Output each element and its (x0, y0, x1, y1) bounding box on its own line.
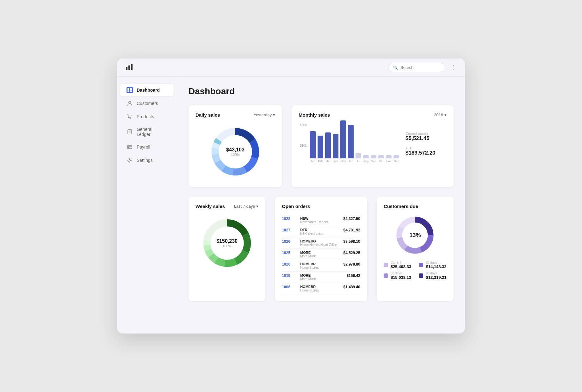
svg-rect-4 (130, 88, 132, 90)
bar (386, 155, 392, 158)
order-info: MORE More Music (300, 273, 344, 281)
sidebar-label-dashboard: Dashboard (137, 88, 160, 93)
order-row[interactable]: 1025 MORE More Music $4,529.25 (282, 249, 360, 260)
more-icon[interactable]: ⋮ (450, 64, 456, 71)
bar-col: Apr (333, 134, 338, 163)
order-row[interactable]: 1006 HOMEBR Home Stores $1,489.40 (282, 283, 360, 294)
dashboard-icon (127, 87, 133, 93)
order-code: MORE (300, 251, 341, 254)
bar-label: Mar (325, 160, 331, 163)
order-code: HOMEHO (300, 239, 341, 243)
bar-label: Oct (379, 160, 383, 163)
top-sections-row: Daily sales Yesterday ▾ (189, 105, 454, 187)
sidebar-item-products[interactable]: Products (120, 110, 174, 123)
top-right: 🔍 ⋮ (388, 63, 456, 72)
legend-item: 60 days $14,148.32 (419, 261, 447, 269)
general-ledger-icon (127, 129, 133, 135)
order-name: Home Stores (300, 289, 341, 292)
sidebar-item-general-ledger[interactable]: General Ledger (120, 124, 174, 140)
bar-col: Jul (356, 153, 361, 163)
daily-sales-donut-container: $43,103 100% (195, 123, 275, 180)
legend-label: 30 days (391, 272, 411, 275)
products-icon (127, 113, 133, 120)
order-row[interactable]: 1027 DTR DTR Electronics $4,781.92 (282, 226, 360, 237)
order-amount: $156.42 (346, 273, 360, 278)
bar-label: Jan (311, 160, 315, 163)
order-name: Newmarket Traders (300, 220, 341, 224)
order-name: More Music (300, 277, 344, 281)
legend-dot (384, 273, 388, 278)
legend-value: $14,148.32 (426, 264, 446, 269)
svg-point-13 (129, 160, 131, 161)
order-amount: $1,489.40 (343, 285, 360, 289)
bar-label: May (340, 160, 346, 163)
bar (356, 153, 361, 158)
order-row[interactable]: 1028 NEW Newmarket Traders $2,327.50 (282, 215, 360, 226)
legend-value: $12,319.21 (426, 275, 446, 280)
monthly-sales-chart-area: JanFebMarAprMayJunJulAugSepOctNovDec Cur… (299, 123, 447, 164)
sidebar-item-customers[interactable]: Customers (120, 97, 174, 110)
sidebar-item-payroll[interactable]: Payroll (120, 141, 174, 153)
order-id: 1019 (282, 273, 298, 278)
monthly-sales-filter[interactable]: 2018 ▾ (434, 113, 447, 117)
legend-item: Current $25,408.33 (384, 261, 412, 269)
order-info: HOMEHO Home Homes Head Office (300, 239, 341, 247)
bar-col: Dec (393, 155, 399, 163)
bar-label: Apr (333, 160, 338, 163)
bar-col: Mar (325, 132, 331, 163)
daily-sales-title: Daily sales (195, 112, 220, 118)
search-bar[interactable]: 🔍 (388, 63, 445, 72)
sidebar-label-products: Products (137, 114, 154, 119)
svg-point-9 (130, 118, 131, 119)
sidebar-label-customers: Customers (137, 101, 158, 106)
search-icon: 🔍 (393, 65, 398, 70)
bar-label: Nov (386, 160, 391, 163)
order-info: MORE More Music (300, 251, 341, 258)
svg-point-7 (129, 101, 131, 104)
bar-label: Sep (371, 160, 376, 163)
bar (333, 134, 338, 158)
customers-icon (127, 100, 133, 107)
order-id: 1027 (282, 228, 298, 232)
order-code: MORE (300, 273, 344, 277)
daily-sales-filter[interactable]: Yesterday ▾ (254, 113, 275, 117)
order-name: Home Stores (300, 266, 341, 269)
main-layout: Dashboard Customers (117, 77, 465, 334)
order-row[interactable]: 1026 HOMEHO Home Homes Head Office $3,59… (282, 237, 360, 249)
daily-sales-label: $43,103 100% (226, 147, 245, 156)
order-amount: $4,529.25 (343, 251, 360, 255)
search-input[interactable] (400, 65, 441, 70)
order-row[interactable]: 1020 HOMEBR Home Stores $2,978.80 (282, 260, 360, 272)
monthly-bar-chart: JanFebMarAprMayJunJulAugSepOctNovDec (299, 123, 399, 164)
bar-col: May (340, 120, 346, 163)
order-name: DTR Electronics (300, 232, 341, 235)
order-id: 1025 (282, 251, 298, 255)
customers-due-title: Customers due (384, 204, 418, 209)
order-amount: $3,598.10 (343, 239, 360, 244)
monthly-stats: Current month $5,521.45 YTD $189,572.20 (406, 123, 447, 164)
legend-label: 90 days (426, 272, 446, 275)
sidebar-item-settings[interactable]: Settings (120, 154, 174, 167)
weekly-sales-card: Weekly sales Last 7 days ▾ (189, 197, 265, 301)
customers-due-pct: 13% (409, 232, 421, 239)
sidebar-label-payroll: Payroll (137, 144, 150, 150)
svg-point-8 (129, 118, 129, 119)
open-orders-title: Open orders (282, 204, 310, 209)
order-id: 1020 (282, 262, 298, 266)
order-code: HOMEBR (300, 262, 341, 266)
legend-item: 90 days $12,319.21 (419, 272, 447, 280)
sidebar-item-dashboard[interactable]: Dashboard (120, 84, 174, 96)
current-month-stat: Current month $5,521.45 (406, 132, 447, 142)
weekly-sales-filter[interactable]: Last 7 days ▾ (234, 204, 259, 209)
top-bar: 🔍 ⋮ (117, 58, 465, 77)
monthly-sales-title: Monthly sales (299, 112, 330, 118)
chevron-down-icon: ▾ (256, 204, 258, 209)
bar-label: Dec (394, 160, 399, 163)
order-row[interactable]: 1019 MORE More Music $156.42 (282, 272, 360, 283)
bar-col: Aug (363, 155, 369, 163)
weekly-sales-title: Weekly sales (195, 204, 225, 209)
order-info: DTR DTR Electronics (300, 228, 341, 235)
legend-label: Current (391, 261, 411, 264)
order-id: 1028 (282, 217, 298, 221)
daily-sales-header: Daily sales Yesterday ▾ (195, 112, 275, 118)
